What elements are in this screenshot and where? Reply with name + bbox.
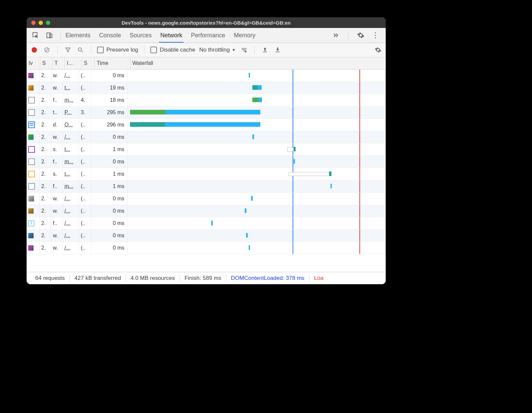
window-title: DevTools - news.google.com/topstories?hl… <box>27 20 386 26</box>
cell-time: 0 ms <box>91 230 127 242</box>
disable-cache-checkbox[interactable]: Disable cache <box>150 47 195 53</box>
table-row[interactable]: 2.f..m...4.18 ms <box>27 94 386 106</box>
cell-time: 0 ms <box>91 242 127 254</box>
cell-time: 18 ms <box>91 94 127 106</box>
resource-type-icon <box>28 171 35 177</box>
cell-time: 0 ms <box>91 217 127 229</box>
table-row[interactable]: 2.f..m...(..0 ms <box>27 156 386 168</box>
cell: (.. <box>79 180 91 192</box>
resource-type-icon <box>28 183 35 190</box>
cell: /... <box>63 217 79 229</box>
table-row[interactable]: 2.s.t...(..1 ms <box>27 143 386 156</box>
tab-sources[interactable]: Sources <box>130 28 152 43</box>
col-header[interactable]: S <box>40 57 53 69</box>
resource-type-icon <box>28 196 34 202</box>
download-har-icon[interactable] <box>273 46 282 54</box>
cell-waterfall <box>127 70 386 82</box>
col-header[interactable]: S <box>82 57 95 69</box>
cell: O... <box>63 119 79 131</box>
cell: w. <box>51 82 63 94</box>
cell-time: 295 ms <box>91 106 127 118</box>
panel-tabs: ElementsConsoleSourcesNetworkPerformance… <box>27 28 386 43</box>
window-close[interactable] <box>31 21 36 25</box>
resource-type-icon <box>28 134 34 140</box>
col-header-waterfall[interactable]: Waterfall <box>130 57 386 69</box>
cell: (.. <box>79 82 91 94</box>
cell: m... <box>63 156 79 168</box>
table-row[interactable]: 2.w./...(..0 ms <box>27 242 386 254</box>
status-load: Loa <box>310 275 328 282</box>
cell-time: 0 ms <box>91 205 127 217</box>
table-row[interactable]: T2.f../...(..0 ms <box>27 217 386 230</box>
cell: 2. <box>40 70 51 82</box>
cell: (.. <box>79 70 91 82</box>
cell-waterfall <box>127 205 386 217</box>
cell: /... <box>63 205 79 217</box>
table-row[interactable]: 2.w./...(..0 ms <box>27 131 386 143</box>
preserve-log-label: Preserve log <box>106 47 138 53</box>
network-conditions-icon[interactable] <box>240 46 248 54</box>
cell: /... <box>63 193 79 205</box>
search-icon[interactable] <box>76 46 85 54</box>
table-row[interactable]: 2.w./...(..0 ms <box>27 193 386 205</box>
cell: 2. <box>40 131 51 143</box>
table-row[interactable]: 2.s.t...(..1 ms <box>27 168 386 180</box>
col-header[interactable]: Iv <box>27 57 40 69</box>
cell-time: 1 ms <box>91 180 127 192</box>
cell-waterfall <box>127 156 386 168</box>
table-row[interactable]: 2.w./...(..0 ms <box>27 230 386 242</box>
cell: s. <box>51 143 63 155</box>
upload-har-icon[interactable] <box>261 46 269 54</box>
record-button[interactable] <box>30 46 39 54</box>
cell: (.. <box>79 119 91 131</box>
table-row[interactable]: 2.t..P...3.295 ms <box>27 106 386 119</box>
cell: m... <box>63 94 79 106</box>
col-header[interactable]: T <box>53 57 65 69</box>
cell-waterfall <box>127 168 386 180</box>
table-row[interactable]: 2.f..m...(..1 ms <box>27 180 386 193</box>
col-header-time[interactable]: Time <box>95 57 130 69</box>
settings-icon[interactable] <box>356 31 365 40</box>
table-row[interactable]: 2.w.t...(..19 ms <box>27 82 386 94</box>
tab-console[interactable]: Console <box>99 28 121 43</box>
cell-time: 19 ms <box>91 82 127 94</box>
cell-time: 0 ms <box>91 70 127 82</box>
cell-waterfall <box>127 180 386 192</box>
clear-icon[interactable] <box>43 46 51 54</box>
network-settings-icon[interactable] <box>374 46 382 54</box>
inspect-element-icon[interactable] <box>31 31 40 40</box>
tab-memory[interactable]: Memory <box>234 28 255 43</box>
preserve-log-checkbox[interactable]: Preserve log <box>97 47 138 53</box>
tab-network[interactable]: Network <box>160 28 182 43</box>
cell-time: 1 ms <box>91 143 127 155</box>
cell: 2. <box>40 242 51 254</box>
window-maximize[interactable] <box>46 21 50 25</box>
device-toolbar-icon[interactable] <box>45 31 54 40</box>
tab-elements[interactable]: Elements <box>66 28 90 43</box>
cell-waterfall <box>127 131 386 143</box>
table-row[interactable]: 2.d.O...(..296 ms <box>27 119 386 131</box>
disable-cache-label: Disable cache <box>160 47 195 53</box>
resource-type-icon <box>28 146 35 153</box>
status-requests: 64 requests <box>31 275 70 282</box>
cell-time: 296 ms <box>91 119 127 131</box>
cell-waterfall <box>127 217 386 229</box>
more-tabs-icon[interactable] <box>332 31 340 40</box>
svg-rect-1 <box>47 33 51 38</box>
cell: 2. <box>40 119 51 131</box>
cell: (.. <box>79 230 91 242</box>
cell-time: 0 ms <box>91 193 127 205</box>
kebab-menu-icon[interactable]: ⋮ <box>371 31 380 40</box>
table-row[interactable]: 2.w./...(..0 ms <box>27 70 386 82</box>
table-body: 2.w./...(..0 ms2.w.t...(..19 ms2.f..m...… <box>27 70 386 272</box>
col-header[interactable]: I... <box>65 57 82 69</box>
filter-icon[interactable] <box>64 46 72 54</box>
tab-performance[interactable]: Performance <box>191 28 225 43</box>
cell-waterfall <box>127 143 386 155</box>
devtools-window: DevTools - news.google.com/topstories?hl… <box>27 17 386 284</box>
network-toolbar: Preserve log Disable cache No throttling… <box>27 43 386 57</box>
window-minimize[interactable] <box>39 21 43 25</box>
throttling-select[interactable]: No throttling ▼ <box>199 47 236 53</box>
cell-waterfall <box>127 193 386 205</box>
table-row[interactable]: 2.w./...(..0 ms <box>27 205 386 217</box>
